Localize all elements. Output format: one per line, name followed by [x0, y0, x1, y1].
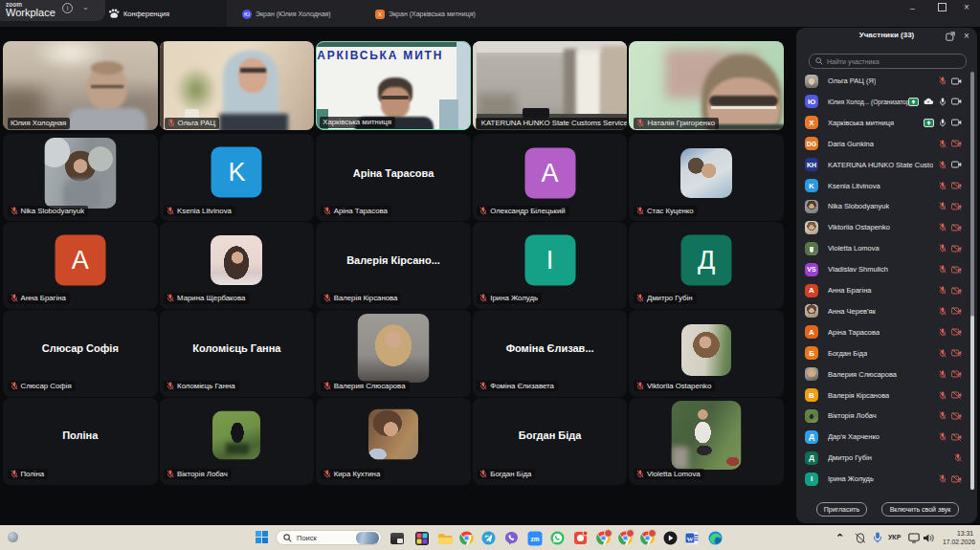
svg-text:W: W [687, 536, 694, 543]
svg-text:zm: zm [530, 536, 539, 542]
